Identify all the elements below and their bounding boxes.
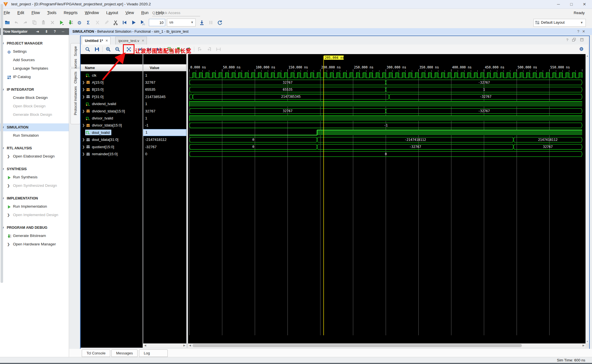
float-window-icon[interactable] <box>572 37 576 42</box>
bitstream-button[interactable]: 0110 <box>66 18 75 27</box>
close-icon[interactable]: ✕ <box>105 37 108 45</box>
waveform-horizontal-scrollbar[interactable]: ◀ ▶ <box>188 343 586 348</box>
signal-value[interactable]: 1 <box>143 100 186 107</box>
tab-messages[interactable]: Messages <box>111 349 138 357</box>
signal-value[interactable]: 1 <box>143 115 186 122</box>
side-tab-scope[interactable]: Scope <box>74 46 78 56</box>
menu-run[interactable]: Run <box>138 9 152 17</box>
scrollbar-thumb[interactable] <box>193 344 522 347</box>
scroll-right-icon[interactable]: ▶ <box>182 343 186 348</box>
signal-row-dividend_tdata[interactable]: ❯dividend_tdata[15:0] <box>81 108 143 115</box>
menu-tools[interactable]: Tools <box>43 9 60 17</box>
close-icon[interactable]: ✕ <box>142 37 144 45</box>
waveform-canvas[interactable]: 0.000 ns50.000 ns100.000 ns150.000 ns200… <box>188 54 586 343</box>
menu-layout[interactable]: Layout <box>103 9 122 17</box>
sidebar-item-add-sources[interactable]: Add Sources <box>0 56 69 64</box>
signal-row-b[interactable]: ❯B[15:0] <box>81 86 143 93</box>
menu-view[interactable]: View <box>122 9 138 17</box>
flow-navigator-header-icons[interactable]: ⇥ ⇕ ? ─ <box>36 28 67 35</box>
signal-value[interactable]: 1 <box>143 72 186 79</box>
tab-log[interactable]: Log <box>139 349 168 357</box>
layout-selector[interactable]: Default Layout ▼ <box>533 19 586 27</box>
to-start-button[interactable] <box>120 18 129 27</box>
signal-value[interactable]: 32767 <box>143 79 186 86</box>
maximize-button[interactable]: □ <box>565 0 578 8</box>
sidebar-item-language-templates[interactable]: Language Templates <box>0 64 69 73</box>
open-folder-button[interactable] <box>3 18 12 27</box>
sidebar-item-settings[interactable]: ⚙Settings <box>0 47 69 56</box>
menu-reports[interactable]: Reports <box>60 9 81 17</box>
signal-row-divisor_tdata[interactable]: ❯divisor_tdata[15:0] <box>81 122 143 129</box>
signal-row-a[interactable]: ❯A[15:0] <box>81 79 143 86</box>
signal-value[interactable]: 32767 <box>143 108 186 115</box>
signal-value[interactable]: 0 <box>143 150 186 157</box>
sidebar-section-project-manager[interactable]: ∨PROJECT MANAGER <box>0 39 69 47</box>
scroll-down-icon[interactable]: ▼ <box>586 340 589 343</box>
waveform-settings-gear-icon[interactable]: ⚙ <box>579 46 584 52</box>
signal-row-dividend_tvalid[interactable]: dividend_tvalid <box>81 100 143 107</box>
signal-row-divisor_tvalid[interactable]: divisor_tvalid <box>81 115 143 122</box>
expand-chevron-icon[interactable]: ❯ <box>82 145 85 149</box>
scroll-left-icon[interactable]: ◀ <box>188 343 192 348</box>
tab-untitled[interactable]: Untitled 1*✕ <box>82 37 111 45</box>
sidebar-section-synthesis[interactable]: ∨SYNTHESIS <box>0 165 69 173</box>
signal-row-clk[interactable]: clk <box>81 72 143 79</box>
help-icon[interactable]: ? <box>577 29 582 34</box>
signal-row-p[interactable]: ❯P[31:0] <box>81 93 143 100</box>
gear-button[interactable]: ⚙ <box>75 18 84 27</box>
sidebar-item-open-hardware-manager[interactable]: ❯Open Hardware Manager <box>0 240 69 248</box>
signal-value[interactable]: 2147385345 <box>143 93 186 100</box>
run-time-input[interactable] <box>149 19 165 26</box>
waveform-vertical-scrollbar[interactable]: ▲ ▼ <box>586 54 589 343</box>
signal-row-dout_tdata[interactable]: ❯dout_tdata[31:0] <box>81 136 143 143</box>
sidebar-item-open-elaborated-design[interactable]: ❯Open Elaborated Design <box>0 152 69 161</box>
menu-window[interactable]: Window <box>81 9 103 17</box>
side-tab-protocol-instances[interactable]: Protocol Instances <box>74 86 78 115</box>
sidebar-section-implementation[interactable]: ∨IMPLEMENTATION <box>0 194 69 202</box>
close-panel-icon[interactable]: ✕ <box>582 29 588 34</box>
sidebar-item-generate-block-design[interactable]: Generate Block Design <box>0 110 69 119</box>
signal-row-dout_tvalid[interactable]: dout_tvalid <box>81 129 143 136</box>
side-tab-objects[interactable]: Objects <box>74 72 78 83</box>
zoom-in-button[interactable] <box>103 45 113 53</box>
value-column-scrollbar[interactable]: ◀ ▶ <box>143 343 186 348</box>
expand-chevron-icon[interactable]: ❯ <box>82 81 85 84</box>
scrollbar-thumb[interactable] <box>1 4 3 283</box>
close-button[interactable]: ✕ <box>578 0 591 8</box>
signal-row-remainder[interactable]: ❯remainder[15:0] <box>81 150 143 157</box>
sigma-button[interactable]: Σ <box>84 18 93 27</box>
expand-chevron-icon[interactable]: ❯ <box>82 109 85 113</box>
save-button[interactable] <box>92 45 101 53</box>
sidebar-item-ip-catalog[interactable]: IP Catalog <box>0 73 69 81</box>
sidebar-item-generate-bitstream[interactable]: 0110Generate Bitstream <box>0 232 69 240</box>
play-t-button[interactable]: (T) <box>138 18 147 27</box>
menu-flow[interactable]: Flow <box>28 9 44 17</box>
expand-chevron-icon[interactable]: ❯ <box>82 88 85 91</box>
time-unit-select[interactable]: us▼ <box>167 19 196 26</box>
maximize-panel-icon[interactable] <box>580 37 584 42</box>
sidebar-item-run-synthesis[interactable]: Run Synthesis <box>0 173 69 181</box>
scroll-up-icon[interactable]: ▲ <box>586 54 589 58</box>
sidebar-item-run-simulation[interactable]: Run Simulation <box>0 131 69 140</box>
sidebar-item-open-block-design[interactable]: Open Block Design <box>0 102 69 110</box>
sidebar-item-run-implementation[interactable]: Run Implementation <box>0 202 69 211</box>
expand-chevron-icon[interactable]: ❯ <box>82 138 85 141</box>
signal-value[interactable]: 65535 <box>143 86 186 93</box>
value-column-header[interactable]: Value <box>143 64 186 71</box>
quick-access-search[interactable]: Q· Quick Access <box>152 10 200 16</box>
expand-chevron-icon[interactable]: ❯ <box>82 123 85 127</box>
play-button[interactable] <box>129 18 138 27</box>
zoom-out-button[interactable] <box>113 45 122 53</box>
signal-value[interactable]: -32767 <box>143 143 186 150</box>
find-button[interactable] <box>83 45 92 53</box>
sidebar-section-program-and-debug[interactable]: ∨PROGRAM AND DEBUG <box>0 224 69 232</box>
sidebar-section-ip-integrator[interactable]: ∨IP INTEGRATOR <box>0 86 69 94</box>
expand-chevron-icon[interactable]: ❯ <box>82 95 85 99</box>
help-icon[interactable]: ? <box>566 38 568 42</box>
tab-ipcore-test[interactable]: ipcore_test.v✕ <box>115 37 147 45</box>
menu-edit[interactable]: Edit <box>14 9 28 17</box>
zoom-fit-button[interactable] <box>124 45 133 53</box>
sidebar-item-create-block-design[interactable]: Create Block Design <box>0 94 69 102</box>
scroll-left-icon[interactable]: ◀ <box>143 343 147 348</box>
refresh-button[interactable] <box>215 18 224 27</box>
